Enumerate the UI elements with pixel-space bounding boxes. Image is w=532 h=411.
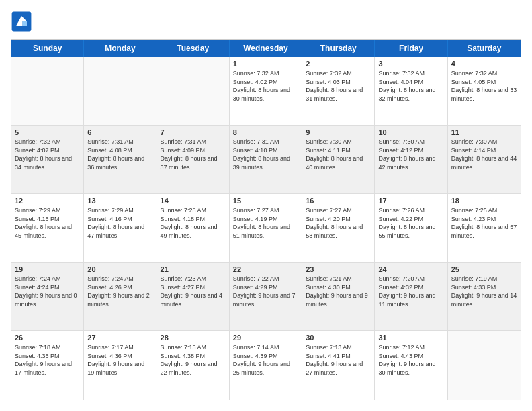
cell-info: Sunrise: 7:27 AM Sunset: 4:20 PM Dayligh… xyxy=(306,206,371,240)
cell-info: Sunrise: 7:32 AM Sunset: 4:03 PM Dayligh… xyxy=(306,69,371,103)
day-cell-4: 4Sunrise: 7:32 AM Sunset: 4:05 PM Daylig… xyxy=(448,57,521,125)
day-cell-5: 5Sunrise: 7:32 AM Sunset: 4:07 PM Daylig… xyxy=(11,126,84,193)
day-number: 19 xyxy=(15,265,80,273)
day-number: 13 xyxy=(87,197,152,205)
header-day-wednesday: Wednesday xyxy=(230,40,302,57)
header-day-friday: Friday xyxy=(375,40,447,57)
day-number: 26 xyxy=(15,334,80,342)
cell-info: Sunrise: 7:13 AM Sunset: 4:41 PM Dayligh… xyxy=(306,343,371,377)
day-cell-26: 26Sunrise: 7:18 AM Sunset: 4:35 PM Dayli… xyxy=(11,331,84,400)
calendar-body: 1Sunrise: 7:32 AM Sunset: 4:02 PM Daylig… xyxy=(11,57,521,400)
cell-info: Sunrise: 7:14 AM Sunset: 4:39 PM Dayligh… xyxy=(233,343,298,377)
cell-info: Sunrise: 7:17 AM Sunset: 4:36 PM Dayligh… xyxy=(87,343,152,377)
header-day-saturday: Saturday xyxy=(448,40,521,57)
day-number: 14 xyxy=(161,197,226,205)
empty-cell xyxy=(84,57,157,125)
day-cell-17: 17Sunrise: 7:26 AM Sunset: 4:22 PM Dayli… xyxy=(375,194,447,262)
header-day-thursday: Thursday xyxy=(302,40,375,57)
day-number: 20 xyxy=(87,265,152,273)
header-day-sunday: Sunday xyxy=(11,40,84,57)
day-number: 25 xyxy=(451,265,517,273)
day-cell-3: 3Sunrise: 7:32 AM Sunset: 4:04 PM Daylig… xyxy=(375,57,447,125)
cell-info: Sunrise: 7:18 AM Sunset: 4:35 PM Dayligh… xyxy=(15,343,80,377)
day-cell-28: 28Sunrise: 7:15 AM Sunset: 4:38 PM Dayli… xyxy=(157,331,230,400)
day-number: 29 xyxy=(233,334,298,342)
cell-info: Sunrise: 7:12 AM Sunset: 4:43 PM Dayligh… xyxy=(378,343,443,377)
cell-info: Sunrise: 7:27 AM Sunset: 4:19 PM Dayligh… xyxy=(233,206,298,240)
day-cell-18: 18Sunrise: 7:25 AM Sunset: 4:23 PM Dayli… xyxy=(448,194,521,262)
cell-info: Sunrise: 7:32 AM Sunset: 4:04 PM Dayligh… xyxy=(378,69,443,103)
cell-info: Sunrise: 7:19 AM Sunset: 4:33 PM Dayligh… xyxy=(451,275,517,308)
logo xyxy=(11,11,36,32)
cell-info: Sunrise: 7:20 AM Sunset: 4:32 PM Dayligh… xyxy=(378,275,443,308)
day-cell-21: 21Sunrise: 7:23 AM Sunset: 4:27 PM Dayli… xyxy=(157,263,230,330)
day-cell-6: 6Sunrise: 7:31 AM Sunset: 4:08 PM Daylig… xyxy=(84,126,157,193)
week-row-1: 5Sunrise: 7:32 AM Sunset: 4:07 PM Daylig… xyxy=(11,126,521,194)
cell-info: Sunrise: 7:21 AM Sunset: 4:30 PM Dayligh… xyxy=(306,275,371,308)
day-cell-13: 13Sunrise: 7:29 AM Sunset: 4:16 PM Dayli… xyxy=(84,194,157,262)
day-number: 3 xyxy=(378,60,443,68)
day-cell-14: 14Sunrise: 7:28 AM Sunset: 4:18 PM Dayli… xyxy=(157,194,230,262)
day-cell-10: 10Sunrise: 7:30 AM Sunset: 4:12 PM Dayli… xyxy=(375,126,447,193)
cell-info: Sunrise: 7:24 AM Sunset: 4:24 PM Dayligh… xyxy=(15,275,80,308)
day-cell-24: 24Sunrise: 7:20 AM Sunset: 4:32 PM Dayli… xyxy=(375,263,447,330)
cell-info: Sunrise: 7:31 AM Sunset: 4:10 PM Dayligh… xyxy=(233,138,298,171)
day-cell-20: 20Sunrise: 7:24 AM Sunset: 4:26 PM Dayli… xyxy=(84,263,157,330)
cell-info: Sunrise: 7:30 AM Sunset: 4:14 PM Dayligh… xyxy=(451,138,517,171)
day-number: 24 xyxy=(378,265,443,273)
day-number: 6 xyxy=(87,128,152,136)
header-day-tuesday: Tuesday xyxy=(157,40,230,57)
calendar-header: SundayMondayTuesdayWednesdayThursdayFrid… xyxy=(11,40,521,57)
day-cell-16: 16Sunrise: 7:27 AM Sunset: 4:20 PM Dayli… xyxy=(302,194,375,262)
day-cell-1: 1Sunrise: 7:32 AM Sunset: 4:02 PM Daylig… xyxy=(230,57,302,125)
day-number: 11 xyxy=(451,128,517,136)
week-row-0: 1Sunrise: 7:32 AM Sunset: 4:02 PM Daylig… xyxy=(11,57,521,126)
calendar: SundayMondayTuesdayWednesdayThursdayFrid… xyxy=(11,39,521,400)
cell-info: Sunrise: 7:15 AM Sunset: 4:38 PM Dayligh… xyxy=(161,343,226,377)
day-cell-22: 22Sunrise: 7:22 AM Sunset: 4:29 PM Dayli… xyxy=(230,263,302,330)
day-number: 18 xyxy=(451,197,517,205)
cell-info: Sunrise: 7:32 AM Sunset: 4:02 PM Dayligh… xyxy=(233,69,298,103)
cell-info: Sunrise: 7:32 AM Sunset: 4:05 PM Dayligh… xyxy=(451,69,517,103)
day-cell-23: 23Sunrise: 7:21 AM Sunset: 4:30 PM Dayli… xyxy=(302,263,375,330)
day-number: 17 xyxy=(378,197,443,205)
day-cell-31: 31Sunrise: 7:12 AM Sunset: 4:43 PM Dayli… xyxy=(375,331,447,400)
svg-marker-2 xyxy=(23,21,27,26)
day-number: 28 xyxy=(161,334,226,342)
logo-icon xyxy=(11,11,32,32)
day-number: 16 xyxy=(306,197,371,205)
day-number: 21 xyxy=(161,265,226,273)
empty-cell xyxy=(157,57,230,125)
day-number: 5 xyxy=(15,128,80,136)
day-cell-29: 29Sunrise: 7:14 AM Sunset: 4:39 PM Dayli… xyxy=(230,331,302,400)
day-number: 22 xyxy=(233,265,298,273)
empty-cell xyxy=(11,57,84,125)
empty-cell xyxy=(448,331,521,400)
day-cell-2: 2Sunrise: 7:32 AM Sunset: 4:03 PM Daylig… xyxy=(302,57,375,125)
day-cell-8: 8Sunrise: 7:31 AM Sunset: 4:10 PM Daylig… xyxy=(230,126,302,193)
cell-info: Sunrise: 7:23 AM Sunset: 4:27 PM Dayligh… xyxy=(161,275,226,308)
day-cell-15: 15Sunrise: 7:27 AM Sunset: 4:19 PM Dayli… xyxy=(230,194,302,262)
day-number: 4 xyxy=(451,60,517,68)
day-number: 1 xyxy=(233,60,298,68)
cell-info: Sunrise: 7:30 AM Sunset: 4:12 PM Dayligh… xyxy=(378,138,443,171)
day-number: 9 xyxy=(306,128,371,136)
day-number: 31 xyxy=(378,334,443,342)
header-day-monday: Monday xyxy=(84,40,157,57)
cell-info: Sunrise: 7:25 AM Sunset: 4:23 PM Dayligh… xyxy=(451,206,517,240)
day-cell-12: 12Sunrise: 7:29 AM Sunset: 4:15 PM Dayli… xyxy=(11,194,84,262)
cell-info: Sunrise: 7:31 AM Sunset: 4:09 PM Dayligh… xyxy=(161,138,226,171)
page-header xyxy=(11,11,521,32)
day-number: 27 xyxy=(87,334,152,342)
day-cell-30: 30Sunrise: 7:13 AM Sunset: 4:41 PM Dayli… xyxy=(302,331,375,400)
day-number: 15 xyxy=(233,197,298,205)
day-number: 12 xyxy=(15,197,80,205)
cell-info: Sunrise: 7:29 AM Sunset: 4:16 PM Dayligh… xyxy=(87,206,152,240)
day-number: 30 xyxy=(306,334,371,342)
cell-info: Sunrise: 7:26 AM Sunset: 4:22 PM Dayligh… xyxy=(378,206,443,240)
day-cell-7: 7Sunrise: 7:31 AM Sunset: 4:09 PM Daylig… xyxy=(157,126,230,193)
cell-info: Sunrise: 7:28 AM Sunset: 4:18 PM Dayligh… xyxy=(161,206,226,240)
cell-info: Sunrise: 7:29 AM Sunset: 4:15 PM Dayligh… xyxy=(15,206,80,240)
cell-info: Sunrise: 7:24 AM Sunset: 4:26 PM Dayligh… xyxy=(87,275,152,308)
day-number: 8 xyxy=(233,128,298,136)
